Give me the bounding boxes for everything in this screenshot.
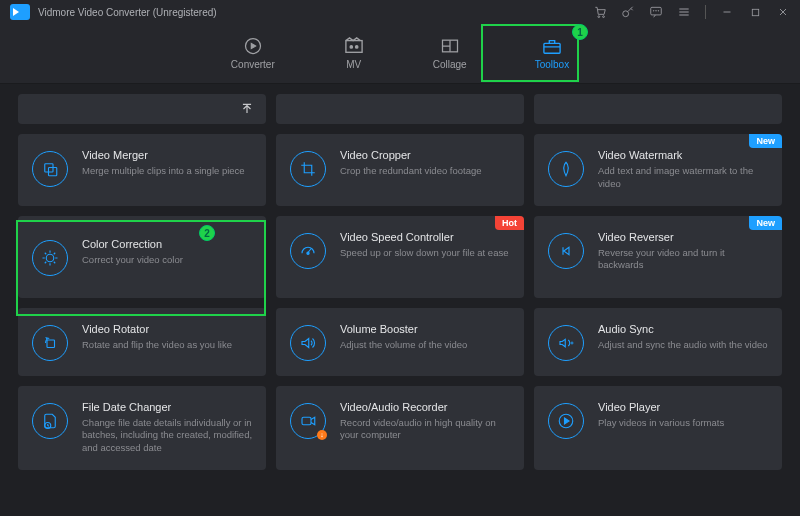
sync-icon bbox=[548, 325, 584, 361]
card-title: Color Correction bbox=[82, 238, 254, 250]
card-title: File Date Changer bbox=[82, 401, 254, 413]
card-desc: Add text and image watermark to the vide… bbox=[598, 165, 770, 191]
color-correction-card[interactable]: Color Correction Correct your video colo… bbox=[18, 216, 266, 298]
tab-label: MV bbox=[346, 59, 361, 70]
video-rotator-card[interactable]: Video Rotator Rotate and flip the video … bbox=[18, 308, 266, 376]
player-icon bbox=[548, 403, 584, 439]
video-player-card[interactable]: Video Player Play videos in various form… bbox=[534, 386, 782, 470]
svg-point-1 bbox=[603, 16, 605, 18]
download-dot-icon: ↓ bbox=[317, 430, 327, 440]
menu-icon[interactable] bbox=[677, 5, 691, 19]
card-desc: Play videos in various formats bbox=[598, 417, 770, 430]
card-title: Audio Sync bbox=[598, 323, 770, 335]
toolbox-grid-container: Video Merger Merge multiple clips into a… bbox=[0, 84, 800, 516]
tab-label: Toolbox bbox=[535, 59, 569, 70]
card-desc: Change file date details individually or… bbox=[82, 417, 254, 455]
card-title: Video Merger bbox=[82, 149, 254, 161]
svg-point-11 bbox=[355, 46, 357, 48]
video-cropper-card[interactable]: Video Cropper Crop the redundant video f… bbox=[276, 134, 524, 206]
tab-mv[interactable]: MV bbox=[335, 33, 373, 74]
card-title: Video Watermark bbox=[598, 149, 770, 161]
stub-card[interactable] bbox=[276, 94, 524, 124]
card-desc: Rotate and flip the video as you like bbox=[82, 339, 254, 352]
svg-point-4 bbox=[653, 11, 654, 12]
stub-card[interactable] bbox=[534, 94, 782, 124]
tab-collage[interactable]: Collage bbox=[425, 33, 475, 74]
svg-rect-9 bbox=[346, 41, 362, 53]
card-desc: Correct your video color bbox=[82, 254, 254, 267]
tabbar: Converter MV Collage Toolbox bbox=[0, 24, 800, 84]
titlebar-controls bbox=[593, 5, 790, 19]
card-title: Video/Audio Recorder bbox=[340, 401, 512, 413]
svg-point-10 bbox=[350, 46, 352, 48]
svg-point-6 bbox=[658, 11, 659, 12]
key-icon[interactable] bbox=[621, 5, 635, 19]
new-badge: New bbox=[749, 134, 782, 148]
cart-icon[interactable] bbox=[593, 5, 607, 19]
app-title: Vidmore Video Converter (Unregistered) bbox=[38, 7, 217, 18]
card-title: Volume Booster bbox=[340, 323, 512, 335]
watermark-icon bbox=[548, 151, 584, 187]
toolbox-icon bbox=[541, 37, 563, 55]
svg-rect-18 bbox=[47, 340, 55, 348]
minimize-icon[interactable] bbox=[720, 5, 734, 19]
mv-icon bbox=[343, 37, 365, 55]
card-desc: Merge multiple clips into a single piece bbox=[82, 165, 254, 178]
svg-point-16 bbox=[46, 254, 54, 262]
cropper-icon bbox=[290, 151, 326, 187]
card-desc: Crop the redundant video footage bbox=[340, 165, 512, 178]
video-audio-recorder-card[interactable]: ↓ Video/Audio Recorder Record video/audi… bbox=[276, 386, 524, 470]
card-title: Video Rotator bbox=[82, 323, 254, 335]
video-speed-card[interactable]: Hot Video Speed Controller Speed up or s… bbox=[276, 216, 524, 298]
svg-rect-20 bbox=[302, 417, 311, 425]
card-title: Video Player bbox=[598, 401, 770, 413]
app-logo-icon bbox=[10, 4, 30, 20]
card-title: Video Reverser bbox=[598, 231, 770, 243]
audio-sync-card[interactable]: Audio Sync Adjust and sync the audio wit… bbox=[534, 308, 782, 376]
volume-booster-card[interactable]: Volume Booster Adjust the volume of the … bbox=[276, 308, 524, 376]
converter-icon bbox=[242, 37, 264, 55]
collage-icon bbox=[439, 37, 461, 55]
video-watermark-card[interactable]: New Video Watermark Add text and image w… bbox=[534, 134, 782, 206]
merger-icon bbox=[32, 151, 68, 187]
date-icon bbox=[32, 403, 68, 439]
volume-icon bbox=[290, 325, 326, 361]
card-title: Video Cropper bbox=[340, 149, 512, 161]
titlebar: Vidmore Video Converter (Unregistered) bbox=[0, 0, 800, 24]
svg-rect-7 bbox=[752, 9, 758, 15]
feedback-icon[interactable] bbox=[649, 5, 663, 19]
card-title: Video Speed Controller bbox=[340, 231, 512, 243]
tab-toolbox[interactable]: Toolbox bbox=[527, 33, 577, 74]
tab-label: Collage bbox=[433, 59, 467, 70]
card-desc: Adjust the volume of the video bbox=[340, 339, 512, 352]
svg-point-2 bbox=[623, 11, 629, 17]
card-desc: Record video/audio in high quality on yo… bbox=[340, 417, 512, 443]
video-merger-card[interactable]: Video Merger Merge multiple clips into a… bbox=[18, 134, 266, 206]
svg-point-0 bbox=[598, 16, 600, 18]
close-icon[interactable] bbox=[776, 5, 790, 19]
hot-badge: Hot bbox=[495, 216, 524, 230]
up-arrow-icon bbox=[240, 101, 254, 117]
color-icon bbox=[32, 240, 68, 276]
new-badge: New bbox=[749, 216, 782, 230]
rotate-icon bbox=[32, 325, 68, 361]
card-desc: Speed up or slow down your file at ease bbox=[340, 247, 512, 260]
svg-point-5 bbox=[656, 11, 657, 12]
recorder-icon: ↓ bbox=[290, 403, 326, 439]
card-desc: Reverse your video and turn it backwards bbox=[598, 247, 770, 273]
svg-point-17 bbox=[307, 252, 309, 254]
stub-card[interactable] bbox=[18, 94, 266, 124]
toolbox-grid: Video Merger Merge multiple clips into a… bbox=[18, 94, 782, 470]
reverse-icon bbox=[548, 233, 584, 269]
maximize-icon[interactable] bbox=[748, 5, 762, 19]
video-reverser-card[interactable]: New Video Reverser Reverse your video an… bbox=[534, 216, 782, 298]
tab-converter[interactable]: Converter bbox=[223, 33, 283, 74]
tab-label: Converter bbox=[231, 59, 275, 70]
card-desc: Adjust and sync the audio with the video bbox=[598, 339, 770, 352]
svg-rect-13 bbox=[544, 43, 560, 53]
file-date-changer-card[interactable]: File Date Changer Change file date detai… bbox=[18, 386, 266, 470]
speed-icon bbox=[290, 233, 326, 269]
